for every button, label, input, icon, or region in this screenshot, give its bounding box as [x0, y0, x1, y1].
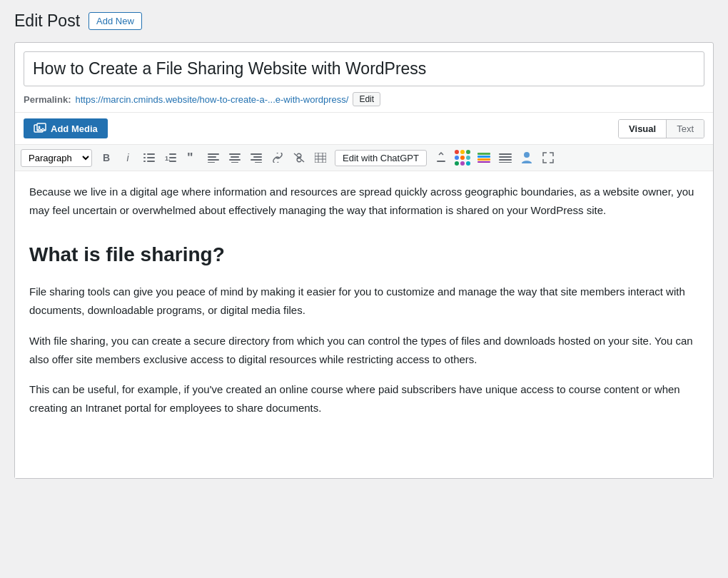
svg-rect-7	[143, 161, 146, 162]
person-icon	[520, 151, 533, 164]
svg-rect-27	[315, 153, 326, 163]
content-paragraph-1: Because we live in a digital age where i…	[29, 183, 699, 220]
paragraph-select[interactable]: Paragraph	[21, 149, 92, 167]
table-icon	[315, 153, 326, 163]
link-button[interactable]	[268, 148, 288, 168]
page-title: Edit Post	[14, 11, 80, 31]
media-icon	[34, 123, 46, 134]
ol-icon: 1.	[165, 153, 176, 163]
svg-rect-18	[229, 153, 241, 155]
upload-icon	[435, 152, 447, 163]
tab-visual[interactable]: Visual	[619, 120, 667, 138]
svg-rect-17	[208, 162, 215, 163]
tab-text[interactable]: Text	[667, 120, 704, 138]
svg-rect-14	[208, 153, 219, 155]
svg-rect-37	[499, 153, 512, 155]
unlink-button[interactable]	[289, 148, 309, 168]
content-heading-1: What is file sharing?	[29, 238, 699, 272]
italic-icon: i	[126, 152, 128, 163]
svg-rect-8	[147, 161, 155, 162]
align-right-button[interactable]	[246, 148, 266, 168]
align-left-icon	[208, 153, 219, 163]
svg-rect-21	[231, 162, 238, 163]
svg-rect-6	[147, 157, 155, 158]
content-paragraph-4: This can be useful, for example, if you'…	[29, 380, 699, 418]
svg-rect-11	[169, 157, 176, 158]
svg-point-41	[524, 152, 530, 158]
svg-rect-34	[477, 156, 490, 158]
ul-icon	[143, 153, 155, 163]
svg-rect-24	[251, 159, 262, 161]
svg-rect-39	[499, 159, 512, 161]
page-header: Edit Post Add New	[14, 11, 714, 31]
svg-rect-12	[169, 161, 176, 162]
svg-line-26	[294, 153, 304, 162]
person-button[interactable]	[517, 148, 537, 168]
content-paragraph-3: With file sharing, you can create a secu…	[29, 332, 699, 370]
multicolor-dots-button[interactable]	[453, 148, 472, 168]
upload-button[interactable]	[431, 148, 451, 168]
add-media-label: Add Media	[51, 123, 98, 134]
svg-rect-36	[477, 161, 490, 163]
bold-icon: B	[103, 152, 110, 163]
blockquote-button[interactable]: "	[182, 148, 202, 168]
svg-rect-15	[208, 156, 216, 158]
editor-content[interactable]: Because we live in a digital age where i…	[15, 171, 713, 478]
content-paragraph-2: File sharing tools can give you peace of…	[29, 283, 699, 320]
svg-rect-22	[251, 153, 262, 155]
post-title-input[interactable]	[24, 51, 704, 86]
stack-button[interactable]	[474, 148, 494, 168]
permalink-label: Permalink:	[24, 94, 71, 105]
unlink-icon	[293, 153, 305, 163]
svg-rect-23	[253, 156, 262, 158]
align-left-button[interactable]	[203, 148, 223, 168]
add-new-button[interactable]: Add New	[89, 12, 142, 30]
blockquote-icon: "	[186, 153, 198, 163]
svg-rect-16	[208, 159, 219, 161]
unordered-list-button[interactable]	[139, 148, 159, 168]
editor-toolbar-row: Add Media Visual Text	[15, 112, 713, 144]
view-tabs: Visual Text	[618, 119, 704, 138]
svg-rect-40	[499, 162, 512, 163]
svg-rect-32	[437, 161, 445, 162]
svg-rect-4	[147, 153, 155, 155]
lines-button[interactable]	[495, 148, 515, 168]
page-wrapper: Edit Post Add New Permalink: https://mar…	[0, 0, 728, 578]
permalink-url[interactable]: https://marcin.cminds.website/how-to-cre…	[75, 94, 348, 105]
svg-rect-38	[499, 156, 512, 158]
permalink-bar: Permalink: https://marcin.cminds.website…	[15, 86, 713, 112]
link-icon	[272, 153, 283, 163]
align-center-button[interactable]	[225, 148, 245, 168]
permalink-edit-button[interactable]: Edit	[353, 92, 380, 106]
ordered-list-button[interactable]: 1.	[161, 148, 181, 168]
align-right-icon	[251, 153, 262, 163]
dots-icon	[455, 150, 470, 166]
stack-icon	[477, 153, 490, 163]
svg-text:": "	[187, 153, 193, 163]
svg-rect-3	[143, 153, 146, 155]
svg-rect-10	[169, 153, 176, 155]
svg-rect-20	[229, 159, 241, 161]
editor-container: Permalink: https://marcin.cminds.website…	[14, 42, 714, 479]
format-toolbar: Paragraph B i 1.	[15, 144, 713, 171]
chatgpt-button[interactable]: Edit with ChatGPT	[335, 150, 427, 166]
bold-button[interactable]: B	[96, 148, 116, 168]
expand-button[interactable]	[538, 148, 558, 168]
svg-rect-35	[477, 158, 490, 161]
svg-rect-25	[255, 162, 262, 163]
svg-rect-33	[477, 153, 490, 155]
svg-rect-19	[231, 156, 239, 158]
svg-point-2	[39, 126, 41, 128]
table-button[interactable]	[310, 148, 330, 168]
lines-icon	[499, 153, 512, 163]
align-center-icon	[229, 153, 241, 163]
svg-rect-5	[143, 157, 146, 158]
italic-button[interactable]: i	[118, 148, 138, 168]
add-media-button[interactable]: Add Media	[24, 118, 108, 138]
expand-icon	[542, 152, 554, 163]
